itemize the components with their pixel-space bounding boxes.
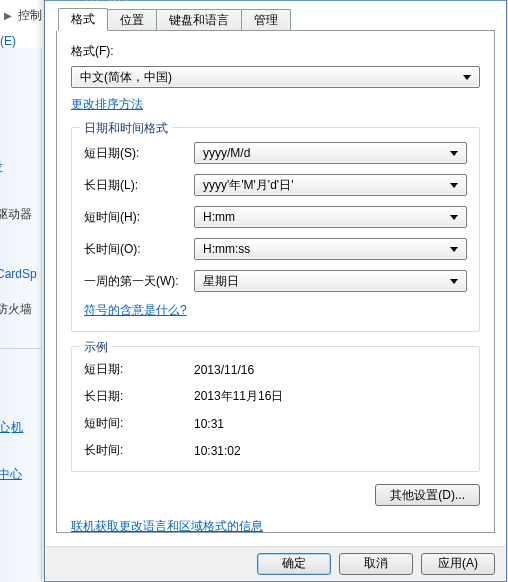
page-heading-fragment: L的设 [0,158,41,176]
tab-admin[interactable]: 管理 [241,9,291,30]
sidebar: L的设 驱动器 CardSp 防火墙 心 机 中心 [0,48,42,582]
example-short-time-value: 10:31 [194,417,467,431]
tab-format[interactable]: 格式 [58,8,108,31]
tab-keyboard-languages[interactable]: 键盘和语言 [156,9,242,30]
divider [0,348,42,349]
breadcrumb-item[interactable]: 控制 [18,7,42,24]
long-date-dropdown[interactable]: yyyy'年'M'月'd'日' [194,174,467,196]
short-date-dropdown[interactable]: yyyy/M/d [194,142,467,164]
button-label: 其他设置(D)... [390,487,465,504]
sidebar-item[interactable]: 驱动器 [0,206,41,223]
button-label: 取消 [364,555,388,572]
group-legend: 日期和时间格式 [80,120,172,137]
panel-link-fragment[interactable]: (E) [0,34,16,48]
long-date-label: 长日期(L): [84,177,194,194]
long-date-value: yyyy'年'M'月'd'日' [203,177,446,194]
tab-label: 位置 [120,12,144,29]
example-short-time-label: 短时间: [84,415,194,432]
tab-label: 管理 [254,12,278,29]
see-also-link[interactable]: 机 [11,419,23,436]
format-label: 格式(F): [71,43,480,60]
short-date-value: yyyy/M/d [203,146,446,160]
chevron-down-icon [459,69,475,85]
first-day-value: 星期日 [203,273,446,290]
example-short-date-label: 短日期: [84,361,194,378]
short-date-label: 短日期(S): [84,145,194,162]
chevron-down-icon [446,145,462,161]
example-long-time-label: 长时间: [84,442,194,459]
button-label: 确定 [282,555,306,572]
button-label: 应用(A) [438,555,478,572]
long-time-value: H:mm:ss [203,242,446,256]
see-also-link[interactable]: 心 [0,419,10,436]
tab-location[interactable]: 位置 [107,9,157,30]
example-group: 示例 短日期: 2013/11/16 长日期: 2013年11月16日 短时间:… [71,346,480,472]
long-time-label: 长时间(O): [84,241,194,258]
tab-strip: 格式 位置 键盘和语言 管理 [58,7,495,31]
short-time-label: 短时间(H): [84,209,194,226]
long-time-dropdown[interactable]: H:mm:ss [194,238,467,260]
group-legend: 示例 [80,339,112,356]
first-day-dropdown[interactable]: 星期日 [194,270,467,292]
first-day-label: 一周的第一天(W): [84,273,194,290]
additional-settings-button[interactable]: 其他设置(D)... [375,484,480,506]
example-long-date-value: 2013年11月16日 [194,388,467,405]
chevron-right-icon: ▶ [4,10,12,21]
example-long-date-label: 长日期: [84,388,194,405]
online-info-link[interactable]: 联机获取更改语言和区域格式的信息 [71,518,263,535]
example-short-date-value: 2013/11/16 [194,363,467,377]
change-sort-link[interactable]: 更改排序方法 [71,96,143,113]
example-long-time-value: 10:31:02 [194,444,467,458]
region-language-dialog: 区域和语言 格式 位置 键盘和语言 管理 格式(F): 中文(简体，中国) 更改… [44,0,507,582]
datetime-format-group: 日期和时间格式 短日期(S): yyyy/M/d 长日期(L): yyy [71,127,480,332]
tab-label: 键盘和语言 [169,12,229,29]
cancel-button[interactable]: 取消 [339,553,413,575]
chevron-down-icon [446,177,462,193]
short-time-value: H:mm [203,210,446,224]
breadcrumb: ▶ 控制 [0,4,42,26]
chevron-down-icon [446,209,462,225]
see-also-link[interactable]: 中心 [0,466,22,483]
chevron-down-icon [446,241,462,257]
apply-button[interactable]: 应用(A) [421,553,495,575]
symbol-meaning-link[interactable]: 符号的含意是什么? [84,302,187,319]
tab-panel-format: 格式(F): 中文(简体，中国) 更改排序方法 日期和时间格式 短日期(S): … [56,31,495,533]
sidebar-item[interactable]: 防火墙 [0,301,41,318]
sidebar-item[interactable]: CardSp [0,267,41,281]
ok-button[interactable]: 确定 [257,553,331,575]
format-dropdown[interactable]: 中文(简体，中国) [71,66,480,88]
dialog-button-bar: 确定 取消 应用(A) [46,546,505,580]
chevron-down-icon [446,273,462,289]
format-dropdown-value: 中文(简体，中国) [80,69,459,86]
short-time-dropdown[interactable]: H:mm [194,206,467,228]
tab-label: 格式 [71,11,95,28]
dialog-body: 格式 位置 键盘和语言 管理 格式(F): 中文(简体，中国) 更改排序方法 日… [46,1,505,547]
